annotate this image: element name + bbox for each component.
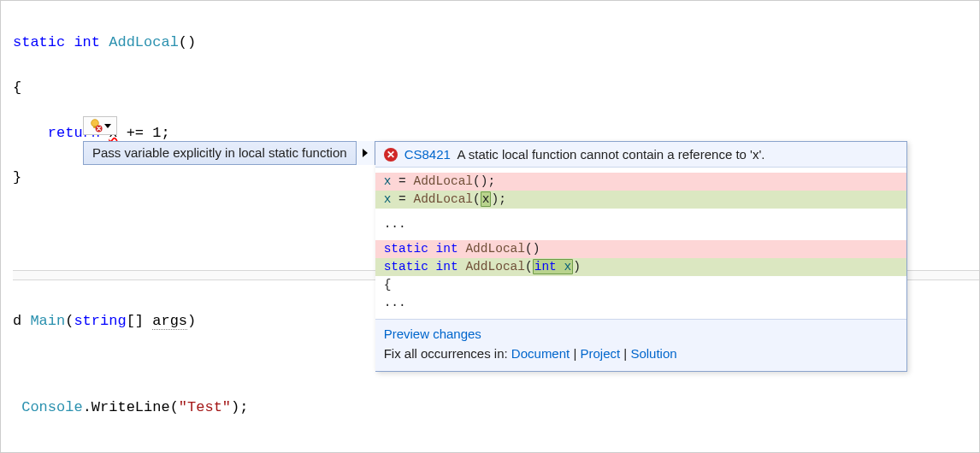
code-line: { [13, 77, 979, 99]
fix-preview-flyout: ✕ CS8421 A static local function cannot … [375, 141, 907, 372]
fix-scope-solution[interactable]: Solution [630, 346, 676, 361]
quick-fix-menu-item[interactable]: Pass variable explicitly in local static… [84, 141, 356, 165]
lightbulb-error-icon [89, 119, 103, 132]
quick-actions-button[interactable] [83, 116, 117, 135]
diff-added-line: x = AddLocal(x); [375, 191, 906, 209]
diff-context: ... [375, 294, 906, 312]
code-line: Console.WriteLine("Test"); [13, 397, 979, 419]
diff-added-line: static int AddLocal(int x) [375, 258, 906, 276]
chevron-right-icon [363, 149, 368, 157]
error-icon: ✕ [384, 148, 398, 162]
fix-scope-document[interactable]: Document [511, 346, 570, 361]
flyout-footer: Preview changes Fix all occurrences in: … [375, 319, 906, 371]
diff-preview: x = AddLocal(); x = AddLocal(x); ... sta… [375, 168, 906, 319]
fix-all-label: Fix all occurrences in: [384, 346, 511, 361]
error-code-link[interactable]: CS8421 [404, 147, 451, 162]
fix-scope-project[interactable]: Project [580, 346, 620, 361]
chevron-down-icon [104, 124, 111, 128]
error-message: A static local function cannot contain a… [457, 147, 765, 162]
code-line: static int AddLocal() [13, 32, 979, 54]
diff-removed-line: static int AddLocal() [375, 240, 906, 258]
quick-fix-menu: Pass variable explicitly in local static… [83, 141, 375, 165]
error-header: ✕ CS8421 A static local function cannot … [375, 142, 906, 168]
diff-context: { [375, 276, 906, 294]
diff-context: ... [375, 215, 906, 233]
preview-changes-link[interactable]: Preview changes [384, 327, 481, 341]
expand-submenu-button[interactable] [356, 141, 375, 165]
diff-removed-line: x = AddLocal(); [375, 173, 906, 191]
